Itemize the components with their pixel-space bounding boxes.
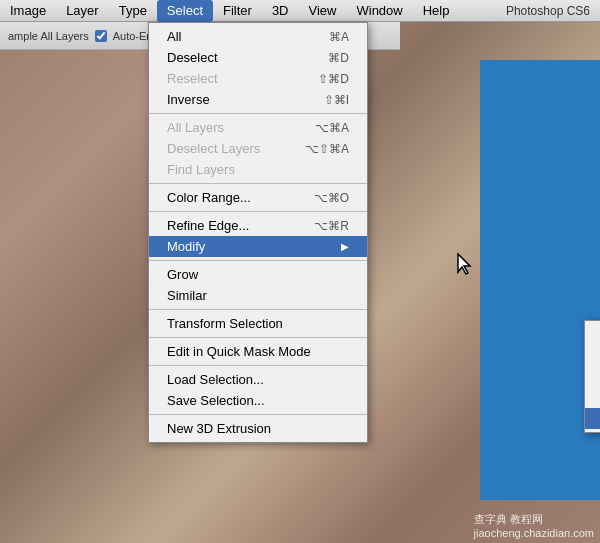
- submenu-arrow: ▶: [341, 241, 349, 252]
- watermark-url: jiaocheng.chazidian.com: [474, 527, 594, 539]
- menu-transform-selection[interactable]: Transform Selection: [149, 313, 367, 334]
- menu-all-layers: All Layers ⌥⌘A: [149, 117, 367, 138]
- app-title: Photoshop CS6: [496, 0, 600, 22]
- menu-quick-mask[interactable]: Edit in Quick Mask Mode: [149, 341, 367, 362]
- menu-deselect[interactable]: Deselect ⌘D: [149, 47, 367, 68]
- menu-inverse[interactable]: Inverse ⇧⌘I: [149, 89, 367, 110]
- menu-refine-edge[interactable]: Refine Edge... ⌥⌘R: [149, 215, 367, 236]
- menu-select[interactable]: Select: [157, 0, 213, 22]
- menu-reselect: Reselect ⇧⌘D: [149, 68, 367, 89]
- menu-view[interactable]: View: [299, 0, 347, 22]
- modify-submenu: Border... Smooth... Expand... Contract..…: [584, 320, 600, 433]
- separator-2: [149, 183, 367, 184]
- menu-modify[interactable]: Modify ▶: [149, 236, 367, 257]
- separator-6: [149, 337, 367, 338]
- sample-all-layers-checkbox[interactable]: [95, 30, 107, 42]
- separator-8: [149, 414, 367, 415]
- menu-filter[interactable]: Filter: [213, 0, 262, 22]
- menu-image[interactable]: Image: [0, 0, 56, 22]
- sample-all-layers-label: ample All Layers: [8, 30, 89, 42]
- submenu-contract[interactable]: Contract...: [585, 387, 600, 408]
- menu-load-selection[interactable]: Load Selection...: [149, 369, 367, 390]
- submenu-expand[interactable]: Expand...: [585, 366, 600, 387]
- menu-similar[interactable]: Similar: [149, 285, 367, 306]
- watermark: 查字典 教程网 jiaocheng.chazidian.com: [474, 512, 594, 539]
- select-dropdown-menu: All ⌘A Deselect ⌘D Reselect ⇧⌘D Inverse …: [148, 22, 368, 443]
- menu-type[interactable]: Type: [109, 0, 157, 22]
- menu-window[interactable]: Window: [346, 0, 412, 22]
- submenu-border[interactable]: Border...: [585, 324, 600, 345]
- separator-5: [149, 309, 367, 310]
- menu-all[interactable]: All ⌘A: [149, 26, 367, 47]
- separator-3: [149, 211, 367, 212]
- separator-1: [149, 113, 367, 114]
- menu-color-range[interactable]: Color Range... ⌥⌘O: [149, 187, 367, 208]
- menu-help[interactable]: Help: [413, 0, 460, 22]
- menu-new-3d-extrusion[interactable]: New 3D Extrusion: [149, 418, 367, 439]
- menu-deselect-layers: Deselect Layers ⌥⇧⌘A: [149, 138, 367, 159]
- submenu-smooth[interactable]: Smooth...: [585, 345, 600, 366]
- menubar: Image Layer Type Select Filter 3D View W…: [0, 0, 600, 22]
- menu-save-selection[interactable]: Save Selection...: [149, 390, 367, 411]
- menu-find-layers: Find Layers: [149, 159, 367, 180]
- separator-4: [149, 260, 367, 261]
- submenu-feather[interactable]: Feather... ⇧F6: [585, 408, 600, 429]
- menu-layer[interactable]: Layer: [56, 0, 109, 22]
- menu-grow[interactable]: Grow: [149, 264, 367, 285]
- menu-3d[interactable]: 3D: [262, 0, 299, 22]
- blue-door: [480, 60, 600, 500]
- watermark-text: 查字典 教程网: [474, 512, 594, 527]
- separator-7: [149, 365, 367, 366]
